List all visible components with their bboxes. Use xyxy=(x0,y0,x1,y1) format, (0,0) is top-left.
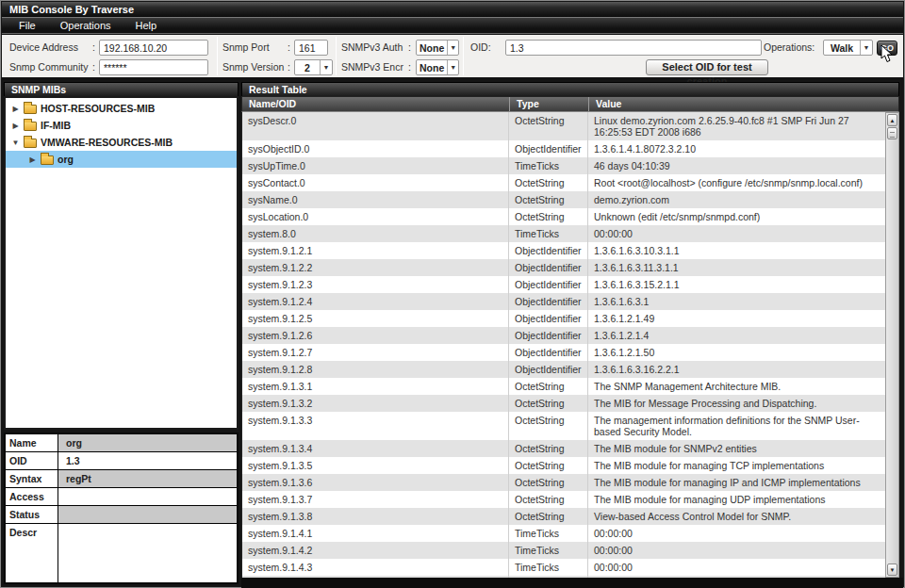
table-row[interactable]: sysName.0 OctetString demo.zyrion.com xyxy=(242,191,885,208)
menu-operations[interactable]: Operations xyxy=(60,20,111,31)
table-row[interactable]: sysDescr.0 OctetString Linux demo.zyrion… xyxy=(242,112,885,140)
table-row[interactable]: system.9.1.3.1 OctetString The SNMP Mana… xyxy=(242,378,885,395)
expand-arrow-icon[interactable]: ▶ xyxy=(11,122,20,130)
table-row[interactable]: system.9.1.3.3 OctetString The managemen… xyxy=(242,412,885,440)
cell-name-oid: system.9.1.3.1 xyxy=(242,378,509,395)
cell-name-oid: system.9.1.2.7 xyxy=(242,344,509,361)
column-value[interactable]: Value xyxy=(589,97,898,111)
scrollbar-thumb[interactable] xyxy=(887,127,897,139)
tree-item-label: HOST-RESOURCES-MIB xyxy=(41,103,155,114)
table-row[interactable]: system.9.1.2.5 ObjectIdentifier 1.3.6.1.… xyxy=(242,310,885,327)
cell-name-oid: sysDescr.0 xyxy=(242,112,509,140)
property-label: Syntax xyxy=(6,470,58,487)
connection-form: Device Address : Snmp Community : Snmp P… xyxy=(2,35,903,80)
menu-file[interactable]: File xyxy=(19,20,36,31)
scroll-up-button[interactable]: ▲ xyxy=(887,114,897,126)
snmpv3-encr-select[interactable]: None ▼ xyxy=(416,59,459,75)
folder-icon xyxy=(41,155,54,165)
go-button[interactable]: GO xyxy=(877,41,897,56)
snmpv3-auth-select[interactable]: None ▼ xyxy=(416,40,459,56)
cell-value: Unknown (edit /etc/snmp/snmpd.conf) xyxy=(588,208,885,225)
menu-help[interactable]: Help xyxy=(136,20,157,31)
table-row[interactable]: sysLocation.0 OctetString Unknown (edit … xyxy=(242,208,885,225)
cell-value: 1.3.6.1.6.3.15.2.1.1 xyxy=(588,276,885,293)
snmp-port-input[interactable] xyxy=(294,40,328,56)
cell-value: 1.3.6.1.6.3.16.2.2.1 xyxy=(588,361,885,378)
cell-name-oid: system.9.1.2.6 xyxy=(242,327,509,344)
chevron-down-icon: ▼ xyxy=(447,60,458,74)
cell-name-oid: sysObjectID.0 xyxy=(242,140,509,157)
table-row[interactable]: system.9.1.2.4 ObjectIdentifier 1.3.6.1.… xyxy=(242,293,885,310)
cell-name-oid: system.9.1.3.3 xyxy=(242,412,509,440)
cell-name-oid: system.9.1.4.2 xyxy=(242,542,509,559)
table-row[interactable]: sysContact.0 OctetString Root <root@loca… xyxy=(242,174,885,191)
table-row[interactable]: system.9.1.2.6 ObjectIdentifier 1.3.6.1.… xyxy=(242,327,885,344)
cell-value: 00:00:00 xyxy=(588,542,885,559)
table-row[interactable]: sysUpTime.0 TimeTicks 46 days 04:10:39 xyxy=(242,157,885,174)
cell-name-oid: sysName.0 xyxy=(242,191,509,208)
scroll-down-button[interactable]: ▼ xyxy=(887,564,897,576)
cell-value: 1.3.6.1.2.1.50 xyxy=(588,344,885,361)
tree-item[interactable]: ▶ HOST-RESOURCES-MIB xyxy=(6,100,237,117)
property-value xyxy=(58,524,237,584)
cell-value: The MIB module for SNMPv2 entities xyxy=(588,440,885,457)
tree-item[interactable]: ▶ IF-MIB xyxy=(6,117,237,134)
table-row[interactable]: system.9.1.3.8 OctetString View-based Ac… xyxy=(242,508,885,525)
cell-type: OctetString xyxy=(509,378,588,395)
cell-type: OctetString xyxy=(509,474,588,491)
snmp-community-input[interactable] xyxy=(99,59,208,75)
folder-icon xyxy=(24,139,37,148)
column-type[interactable]: Type xyxy=(510,97,589,111)
device-address-label: Device Address xyxy=(9,40,78,56)
colon: : xyxy=(288,40,290,56)
table-row[interactable]: system.9.1.2.2 ObjectIdentifier 1.3.6.1.… xyxy=(242,259,885,276)
table-row[interactable]: system.9.1.4.2 TimeTicks 00:00:00 xyxy=(242,542,885,559)
table-row[interactable]: system.9.1.3.5 OctetString The MIB modul… xyxy=(242,457,885,474)
column-name-oid[interactable]: Name/OID xyxy=(242,97,510,111)
cell-value: The MIB for Message Processing and Dispa… xyxy=(588,395,885,412)
cell-value: 1.3.6.1.2.1.4 xyxy=(588,327,885,344)
divider xyxy=(217,37,218,75)
bottom-frame xyxy=(241,578,903,588)
window-title: MIB Console By Traverse xyxy=(9,4,134,15)
expand-arrow-icon[interactable]: ▼ xyxy=(11,139,20,147)
table-row[interactable]: system.9.1.3.4 OctetString The MIB modul… xyxy=(242,440,885,457)
cell-type: ObjectIdentifier xyxy=(509,293,588,310)
divider xyxy=(336,37,337,75)
tree-item[interactable]: ▼ VMWARE-RESOURCES-MIB xyxy=(6,134,237,151)
property-value: regPt xyxy=(58,470,237,487)
vertical-scrollbar[interactable]: ▲ ▼ xyxy=(885,112,899,578)
cell-value: 00:00:00 xyxy=(588,525,885,542)
table-row[interactable]: system.9.1.2.1 ObjectIdentifier 1.3.6.1.… xyxy=(242,242,885,259)
table-row[interactable]: system.8.0 TimeTicks 00:00:00 xyxy=(242,225,885,242)
tree-item[interactable]: ▶ org xyxy=(6,151,237,168)
operations-select[interactable]: Walk ▼ xyxy=(823,40,873,56)
table-row[interactable]: system.9.1.3.6 OctetString The MIB modul… xyxy=(242,474,885,491)
cell-value: 1.3.6.1.2.1.49 xyxy=(588,310,885,327)
snmp-port-label: Snmp Port xyxy=(222,40,270,56)
cell-type: ObjectIdentifier xyxy=(509,344,588,361)
select-oid-button[interactable]: Select OID for test creation xyxy=(646,59,768,75)
table-row[interactable]: sysObjectID.0 ObjectIdentifier 1.3.6.1.4… xyxy=(242,140,885,157)
cell-name-oid: sysUpTime.0 xyxy=(242,157,509,174)
table-row[interactable]: system.9.1.2.3 ObjectIdentifier 1.3.6.1.… xyxy=(242,276,885,293)
table-row[interactable]: system.9.1.3.7 OctetString The MIB modul… xyxy=(242,491,885,508)
cell-value: The MIB module for managing UDP implemen… xyxy=(588,491,885,508)
chevron-down-icon: ▼ xyxy=(447,41,458,55)
oid-input[interactable] xyxy=(505,40,762,56)
cell-value: 00:00:00 xyxy=(588,559,885,576)
device-address-input[interactable] xyxy=(99,40,208,56)
table-row[interactable]: system.9.1.2.7 ObjectIdentifier 1.3.6.1.… xyxy=(242,344,885,361)
snmp-community-label: Snmp Community xyxy=(9,59,88,75)
table-row[interactable]: system.9.1.3.2 OctetString The MIB for M… xyxy=(242,395,885,412)
snmp-version-select[interactable]: 2 ▼ xyxy=(294,59,333,75)
table-row[interactable]: system.9.1.2.8 ObjectIdentifier 1.3.6.1.… xyxy=(242,361,885,378)
cell-name-oid: system.9.1.2.2 xyxy=(242,259,509,276)
table-row[interactable]: system.9.1.4.3 TimeTicks 00:00:00 xyxy=(242,559,885,576)
cell-type: ObjectIdentifier xyxy=(509,327,588,344)
expand-arrow-icon[interactable]: ▶ xyxy=(28,155,37,164)
table-row[interactable]: system.9.1.4.1 TimeTicks 00:00:00 xyxy=(242,525,885,542)
expand-arrow-icon[interactable]: ▶ xyxy=(11,105,20,113)
mib-tree: ▶ HOST-RESOURCES-MIB ▶ IF-MIB ▼ VMWARE-R… xyxy=(4,96,239,430)
mib-tree-header: SNMP MIBs xyxy=(4,82,239,96)
